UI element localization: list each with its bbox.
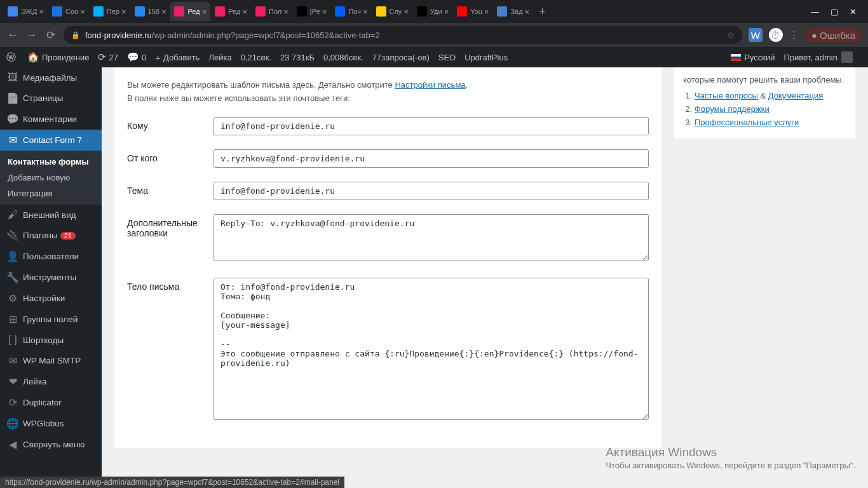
menu-icon: ✉ bbox=[6, 134, 19, 146]
browser-tab[interactable]: Слу× bbox=[372, 2, 412, 21]
sidebar-item[interactable]: ✉WP Mail SMTP bbox=[0, 350, 102, 371]
url-bar: ← → ⟳ 🔒 fond-providenie.ru/wp-admin/admi… bbox=[0, 23, 868, 47]
body-textarea[interactable] bbox=[214, 278, 649, 420]
browser-tab[interactable]: ЭЖД× bbox=[4, 2, 48, 21]
from-input[interactable] bbox=[214, 149, 649, 168]
address-bar[interactable]: 🔒 fond-providenie.ru/wp-admin/admin.php?… bbox=[64, 26, 742, 44]
close-tab-icon[interactable]: × bbox=[484, 7, 489, 17]
headers-textarea[interactable] bbox=[214, 214, 649, 261]
close-tab-icon[interactable]: × bbox=[322, 7, 327, 17]
close-tab-icon[interactable]: × bbox=[161, 7, 166, 17]
user-greeting[interactable]: Привет, admin bbox=[783, 51, 853, 63]
forward-button[interactable]: → bbox=[25, 29, 38, 41]
sidebar-item[interactable]: ✉Contact Form 7 bbox=[0, 130, 102, 151]
close-tab-icon[interactable]: × bbox=[403, 7, 409, 17]
sidebar-item[interactable]: 👤Пользователи bbox=[0, 246, 102, 267]
collapse-icon: ◀ bbox=[6, 438, 19, 451]
back-button[interactable]: ← bbox=[6, 29, 19, 41]
close-window-button[interactable]: ✕ bbox=[850, 7, 857, 17]
leyka-link[interactable]: Лейка bbox=[208, 53, 231, 62]
close-tab-icon[interactable]: × bbox=[444, 7, 449, 17]
browser-tab[interactable]: Уди× bbox=[413, 2, 452, 21]
submenu-item[interactable]: Контактные формы bbox=[0, 154, 102, 170]
favicon bbox=[376, 6, 386, 17]
menu-icon: 📄 bbox=[6, 92, 19, 104]
perf-queries[interactable]: 77запроса(-ов) bbox=[372, 53, 430, 62]
browser-tab[interactable]: 158× bbox=[131, 2, 170, 21]
browser-tab[interactable]: Зад× bbox=[493, 2, 533, 21]
wp-logo[interactable]: ⓦ bbox=[6, 51, 18, 64]
sidebar-item[interactable]: 🖌Внешний вид bbox=[0, 205, 102, 225]
error-badge[interactable]: ● Ошибка bbox=[805, 28, 862, 43]
browser-tab[interactable]: Ред× bbox=[170, 2, 210, 21]
tab-title: Зад bbox=[510, 8, 522, 15]
extension-icon[interactable]: ⏱ bbox=[769, 28, 783, 42]
close-tab-icon[interactable]: × bbox=[39, 7, 44, 17]
reload-button[interactable]: ⟳ bbox=[44, 29, 57, 42]
perf-size[interactable]: 23 731кБ bbox=[280, 53, 315, 62]
mail-settings-link[interactable]: Настройки письма bbox=[395, 80, 465, 90]
close-tab-icon[interactable]: × bbox=[525, 7, 530, 17]
menu-label: Комментарии bbox=[23, 114, 77, 124]
minimize-button[interactable]: — bbox=[811, 7, 819, 17]
close-tab-icon[interactable]: × bbox=[363, 7, 368, 17]
perf-time[interactable]: 0,21сек. bbox=[241, 53, 271, 62]
submenu-item[interactable]: Интеграция bbox=[0, 186, 102, 201]
browser-tab[interactable]: Ред× bbox=[211, 2, 251, 21]
updraft-link[interactable]: UpdraftPlus bbox=[465, 53, 508, 62]
sidebar-item[interactable]: 🌐WPGlobus bbox=[0, 413, 102, 434]
collapse-menu[interactable]: ◀Свернуть меню bbox=[0, 434, 102, 455]
sidebar-item[interactable]: ❤Лейка bbox=[0, 371, 102, 392]
favicon bbox=[417, 6, 427, 17]
sidebar-item[interactable]: ⟳Duplicator bbox=[0, 392, 102, 413]
close-tab-icon[interactable]: × bbox=[121, 7, 126, 17]
sidebar-item[interactable]: 📄Страницы bbox=[0, 88, 102, 109]
close-tab-icon[interactable]: × bbox=[242, 7, 247, 17]
subject-input[interactable] bbox=[214, 182, 649, 200]
close-tab-icon[interactable]: × bbox=[283, 7, 288, 17]
sidebar-item[interactable]: [ ]Шорткоды bbox=[0, 330, 102, 350]
close-tab-icon[interactable]: × bbox=[80, 7, 85, 17]
wp-admin-sidebar: 🖼Медиафайлы📄Страницы💬Комментарии✉Contact… bbox=[0, 67, 102, 488]
updates-count[interactable]: ⟳27 bbox=[98, 51, 118, 63]
language-switcher[interactable]: Русский bbox=[731, 53, 775, 62]
sidebar-item[interactable]: 🔧Инструменты bbox=[0, 267, 102, 288]
wp-admin-bar: ⓦ 🏠Провидение ⟳27 💬0 +Добавить Лейка 0,2… bbox=[0, 47, 868, 67]
star-icon[interactable]: ☆ bbox=[727, 30, 735, 40]
vk-extension-icon[interactable]: W bbox=[749, 28, 763, 42]
menu-label: Внешний вид bbox=[23, 210, 76, 220]
perf-time2[interactable]: 0,0086сек. bbox=[323, 53, 363, 62]
menu-icon: ⟳ bbox=[6, 396, 19, 409]
sidebar-item[interactable]: 🖼Медиафайлы bbox=[0, 67, 102, 88]
seo-link[interactable]: SEO bbox=[438, 53, 456, 62]
tab-title: You bbox=[470, 8, 482, 15]
help-link-services: Профессиональные услуги bbox=[695, 118, 846, 127]
update-badge: 21 bbox=[60, 232, 76, 240]
to-input[interactable] bbox=[214, 117, 649, 135]
browser-tab[interactable]: Поч× bbox=[331, 2, 371, 21]
sidebar-item[interactable]: ⊞Группы полей bbox=[0, 309, 102, 330]
tab-title: Поч bbox=[348, 8, 361, 15]
sidebar-item[interactable]: ⚙Настройки bbox=[0, 288, 102, 309]
browser-tab[interactable]: Coo× bbox=[48, 2, 89, 21]
sidebar-item[interactable]: 🔌Плагины21 bbox=[0, 225, 102, 246]
to-label: Кому bbox=[127, 117, 214, 131]
maximize-button[interactable]: ▢ bbox=[831, 7, 838, 17]
menu-icon[interactable]: ⋮ bbox=[789, 29, 799, 41]
browser-tab[interactable]: Пер× bbox=[90, 2, 130, 21]
new-tab-button[interactable]: + bbox=[534, 5, 551, 18]
tab-title: 158 bbox=[148, 8, 159, 15]
menu-label: Contact Form 7 bbox=[23, 135, 82, 145]
favicon bbox=[135, 6, 145, 17]
close-tab-icon[interactable]: × bbox=[202, 7, 207, 17]
extension-icons: W ⏱ ⋮ ● Ошибка bbox=[749, 28, 862, 43]
site-name[interactable]: 🏠Провидение bbox=[27, 51, 89, 63]
submenu-item[interactable]: Добавить новую bbox=[0, 170, 102, 186]
sidebar-item[interactable]: 💬Комментарии bbox=[0, 109, 102, 130]
browser-tab[interactable]: You× bbox=[453, 2, 492, 21]
browser-tab[interactable]: [Ре× bbox=[293, 2, 331, 21]
add-new[interactable]: +Добавить bbox=[155, 52, 200, 63]
browser-tab[interactable]: Пол× bbox=[252, 2, 292, 21]
tab-title: Ред bbox=[228, 8, 240, 15]
comments-count[interactable]: 💬0 bbox=[127, 51, 146, 63]
